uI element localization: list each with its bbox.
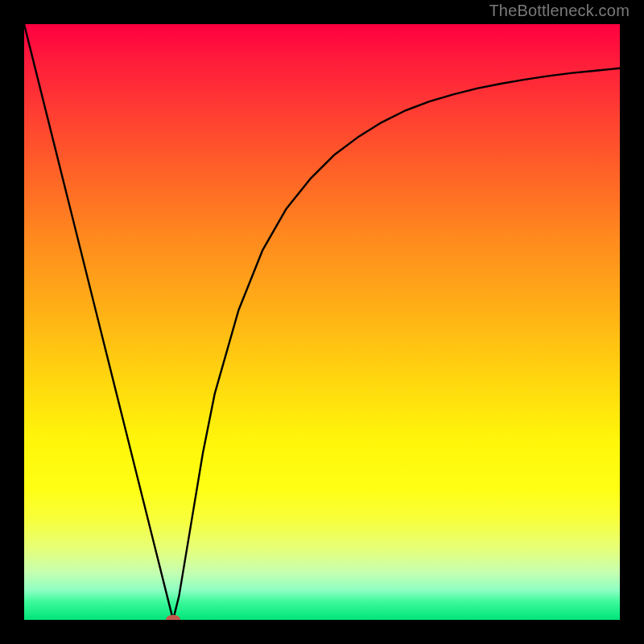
- optimal-point-marker: [166, 615, 180, 620]
- plot-area: [24, 24, 620, 620]
- bottleneck-curve: [24, 24, 620, 620]
- watermark-label: TheBottleneck.com: [489, 2, 630, 20]
- chart-frame: TheBottleneck.com: [0, 0, 644, 644]
- curve-layer: [24, 24, 620, 620]
